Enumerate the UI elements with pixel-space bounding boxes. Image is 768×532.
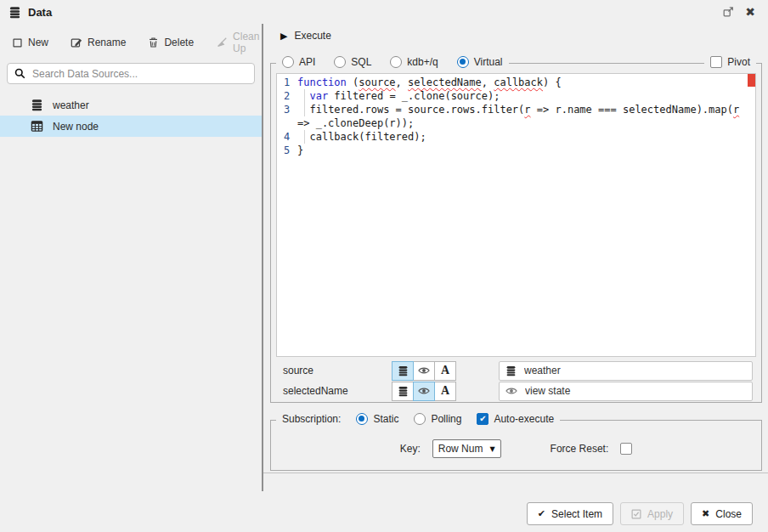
close-button[interactable]: ✖ Close [691,502,753,525]
line-number: 1 [284,76,297,89]
radio-icon [356,413,368,425]
subscription-radio-static[interactable]: Static [356,413,398,425]
param-source-toggle-group: A [392,361,456,381]
key-select[interactable]: Row Num ▼ [432,439,501,458]
subscription-label: Subscription: [282,413,341,425]
text-format-icon: A [441,364,449,377]
force-reset-label: Force Reset: [551,443,609,455]
titlebar: Data ✖ [0,0,768,24]
text-toggle-button[interactable]: A [434,361,456,381]
broom-icon [216,37,228,48]
datasource-toggle-button[interactable] [392,382,414,401]
text-toggle-button[interactable]: A [434,382,456,401]
error-marker [748,74,755,87]
param-row-selectedname: selectedName [283,381,753,401]
chevron-down-icon: ▼ [489,445,494,453]
select-item-button[interactable]: ✔ Select Item [527,502,613,525]
check-icon: ✔ [538,508,545,519]
list-item-label: weather [53,99,89,111]
key-select-value: Row Num [438,443,483,455]
database-icon [398,365,409,376]
x-icon: ✖ [702,508,709,519]
radio-icon [457,56,469,68]
eye-icon [418,385,430,397]
auto-execute-checkbox[interactable]: Auto-execute [477,413,554,425]
code-line: 3 filtered.rows = source.rows.filter(r =… [284,103,747,130]
radio-icon [334,56,346,68]
type-radio-api[interactable]: API [282,56,315,68]
database-icon [505,365,517,376]
code-editor[interactable]: 1function (source, selectedName, callbac… [276,73,756,357]
table-icon [31,120,43,133]
viewstate-toggle-button[interactable] [413,361,435,381]
datasource-toggle-button[interactable] [392,361,414,381]
database-icon [8,6,21,19]
list-item-new-node[interactable]: New node [0,116,262,137]
type-radio-kdbq[interactable]: kdb+/q [390,56,438,68]
close-icon[interactable]: ✖ [743,4,758,20]
apply-button[interactable]: Apply [620,502,684,525]
data-source-list: weather New node [0,94,262,137]
play-icon: ▶ [280,31,287,42]
eye-icon [505,385,517,397]
window-title: Data [28,6,52,19]
search-input[interactable] [32,68,247,80]
new-file-icon [12,37,23,48]
param-row-source: source [283,360,753,381]
code-line: 1function (source, selectedName, callbac… [284,76,747,89]
type-radio-virtual[interactable]: Virtual [457,56,503,68]
line-number: 4 [284,130,297,144]
subscription-options-row: Key: Row Num ▼ Force Reset: [271,439,761,458]
search-icon [14,68,25,79]
clean-up-button[interactable]: Clean Up [216,31,262,54]
data-sources-toolbar: New Rename Delete [0,24,262,61]
code-line: 5} [284,144,747,157]
checkbox-icon [477,413,488,425]
param-source-value [499,361,753,381]
line-number: 3 [284,103,297,130]
editor-panel: ▶ Execute API SQL kdb+/q Vi [263,24,768,532]
rename-icon [71,37,82,48]
line-number: 2 [284,89,297,103]
data-sources-panel: New Rename Delete [0,24,262,532]
datasource-type-fieldset: API SQL kdb+/q Virtual Pivot [270,63,762,403]
pivot-checkbox[interactable]: Pivot [710,56,750,68]
checkbox-icon [710,56,722,68]
eye-icon [418,365,430,376]
database-icon [398,386,409,397]
subscription-fieldset: Subscription: Static Polling Auto-execut… [270,420,762,471]
database-icon [31,99,43,111]
force-reset-checkbox[interactable] [620,443,632,455]
line-number: 5 [284,144,297,157]
radio-icon [414,413,426,425]
trash-icon [148,37,159,48]
param-name: source [283,365,392,376]
code-line: 4 callback(filtered); [284,130,747,144]
param-selectedname-input[interactable] [525,385,746,397]
rename-button[interactable]: Rename [71,37,126,48]
param-name: selectedName [283,385,392,397]
key-label: Key: [400,443,421,455]
footer-divider [263,473,768,473]
radio-icon [390,56,402,68]
popout-icon[interactable] [720,4,736,20]
param-source-input[interactable] [524,365,746,376]
new-button[interactable]: New [12,37,48,48]
list-item-weather[interactable]: weather [0,94,262,116]
subscription-radio-polling[interactable]: Polling [414,413,461,425]
code-line: 2 var filtered = _.clone(source); [284,89,747,103]
list-item-label: New node [53,121,99,133]
text-format-icon: A [441,384,449,398]
type-radio-sql[interactable]: SQL [334,56,371,68]
check-square-icon [631,509,641,519]
execute-button[interactable]: ▶ Execute [280,30,331,42]
radio-icon [282,56,294,68]
param-selectedname-value [499,382,753,401]
search-box [7,63,255,84]
footer: ✔ Select Item Apply ✖ Close [527,502,753,525]
viewstate-toggle-button[interactable] [413,382,435,401]
delete-button[interactable]: Delete [148,37,194,48]
param-selectedname-toggle-group: A [392,382,456,401]
